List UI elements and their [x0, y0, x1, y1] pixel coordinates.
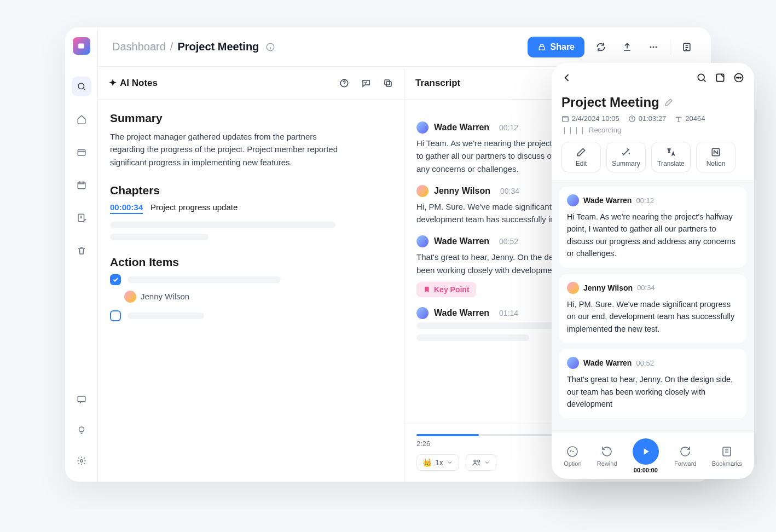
svg-point-12 — [656, 46, 657, 48]
skeleton-line — [128, 313, 204, 319]
chapter-item[interactable]: 00:00:34 Project progress update — [110, 203, 392, 214]
timestamp: 00:12 — [636, 196, 654, 205]
meta-date: 2/4/2024 10:05 — [561, 114, 619, 123]
magic-icon — [621, 147, 632, 158]
assignee-name: Jenny Wilson — [141, 292, 189, 301]
utterance-text: Hi Team. As we're nearing the project's … — [567, 211, 739, 260]
refresh-icon[interactable] — [591, 37, 611, 57]
svg-point-7 — [80, 460, 83, 462]
player-rewind-button[interactable]: Rewind — [597, 445, 617, 467]
avatar — [416, 307, 428, 319]
speaker-name: Wade Warren — [583, 358, 632, 367]
copy-icon[interactable] — [383, 78, 393, 88]
speaker-name: Jenny Wilson — [434, 186, 490, 196]
player-forward-button[interactable]: Forward — [674, 445, 696, 467]
help-icon[interactable] — [339, 78, 349, 88]
avatar — [567, 357, 579, 369]
svg-point-11 — [653, 46, 655, 48]
chapter-label: Project progress update — [150, 203, 238, 212]
svg-point-18 — [698, 74, 704, 80]
search-icon[interactable] — [696, 72, 707, 83]
share-button[interactable]: Share — [528, 37, 584, 57]
svg-point-21 — [737, 77, 738, 78]
mobile-transcript-card: Wade Warren00:12 Hi Team. As we're neari… — [559, 187, 746, 268]
player-option-button[interactable]: Option — [564, 445, 581, 467]
page-title: Project Meeting — [177, 41, 259, 53]
avatar — [416, 122, 428, 134]
calendar-icon — [561, 115, 569, 123]
settings-icon[interactable] — [72, 451, 91, 471]
waveform-icon: ❘❘❘❘ — [561, 126, 586, 134]
bookmark-list-icon — [720, 445, 733, 458]
speakers-chip[interactable] — [466, 454, 496, 471]
checkbox-unchecked[interactable] — [110, 310, 121, 321]
key-point-badge[interactable]: Key Point — [416, 282, 476, 297]
notion-icon — [710, 147, 721, 158]
more-icon[interactable] — [644, 37, 663, 57]
svg-rect-9 — [539, 47, 544, 50]
player-play-button[interactable]: 00:00:00 — [633, 438, 659, 473]
svg-point-6 — [79, 427, 84, 432]
people-icon — [472, 458, 480, 467]
upload-icon[interactable] — [617, 37, 637, 57]
svg-rect-24 — [563, 116, 569, 121]
share-label: Share — [551, 42, 575, 52]
speaker-name: Wade Warren — [434, 308, 489, 318]
summary-heading: Summary — [110, 112, 392, 125]
forward-icon — [679, 445, 692, 458]
meta-duration: 01:03:27 — [628, 114, 667, 123]
action-item-assignee: Jenny Wilson — [124, 291, 392, 303]
info-icon[interactable] — [265, 42, 275, 52]
pencil-icon — [576, 147, 587, 158]
speed-icon — [566, 445, 579, 458]
calendar-icon[interactable] — [72, 175, 91, 195]
folder-icon[interactable] — [72, 142, 91, 162]
breadcrumb-root[interactable]: Dashboard — [112, 41, 166, 53]
utterance-text: Hi, PM. Sure. We've made significant pro… — [567, 298, 739, 335]
sparkle-icon: ✦ — [109, 77, 117, 89]
mobile-action-edit[interactable]: Edit — [561, 142, 601, 172]
svg-point-17 — [474, 460, 476, 462]
translate-icon — [665, 147, 676, 158]
skeleton-line — [416, 334, 529, 341]
key-point-label: Key Point — [434, 285, 470, 294]
play-icon — [633, 438, 659, 465]
timestamp: 00:52 — [636, 359, 654, 367]
mobile-action-summary[interactable]: Summary — [606, 142, 646, 172]
divider — [670, 39, 670, 55]
search-icon[interactable] — [72, 77, 91, 96]
left-nav-rail — [65, 27, 98, 482]
avatar — [567, 282, 579, 294]
document-icon[interactable] — [677, 37, 697, 57]
mobile-action-notion[interactable]: Notion — [696, 142, 736, 172]
svg-rect-16 — [385, 80, 390, 85]
action-item — [110, 310, 392, 321]
timestamp: 00:12 — [499, 123, 518, 132]
chapter-timestamp[interactable]: 00:00:34 — [110, 203, 143, 214]
speed-chip[interactable]: 👑 1x — [416, 454, 459, 471]
bookmark-icon — [423, 286, 431, 293]
pencil-icon[interactable] — [664, 97, 674, 107]
edit-box-icon[interactable] — [715, 72, 726, 83]
app-logo[interactable] — [73, 37, 90, 55]
trash-icon[interactable] — [72, 241, 91, 261]
feedback-icon[interactable] — [72, 390, 91, 409]
player-time: 00:00:00 — [634, 467, 658, 473]
mobile-action-translate[interactable]: Translate — [651, 142, 691, 172]
skeleton-line — [110, 222, 335, 228]
speaker-name: Wade Warren — [583, 196, 632, 205]
task-icon[interactable] — [72, 208, 91, 228]
home-icon[interactable] — [72, 109, 91, 129]
player-bookmarks-button[interactable]: Bookmarks — [712, 445, 742, 467]
more-icon[interactable] — [733, 72, 744, 83]
speed-value: 1x — [435, 458, 443, 467]
svg-rect-2 — [78, 150, 85, 156]
avatar — [567, 194, 579, 206]
chat-icon[interactable] — [361, 78, 371, 88]
svg-rect-15 — [386, 82, 391, 86]
progress-fill — [416, 434, 479, 436]
idea-icon[interactable] — [72, 420, 91, 440]
back-icon[interactable] — [561, 72, 572, 83]
checkbox-checked[interactable] — [110, 274, 121, 285]
avatar — [416, 235, 428, 247]
